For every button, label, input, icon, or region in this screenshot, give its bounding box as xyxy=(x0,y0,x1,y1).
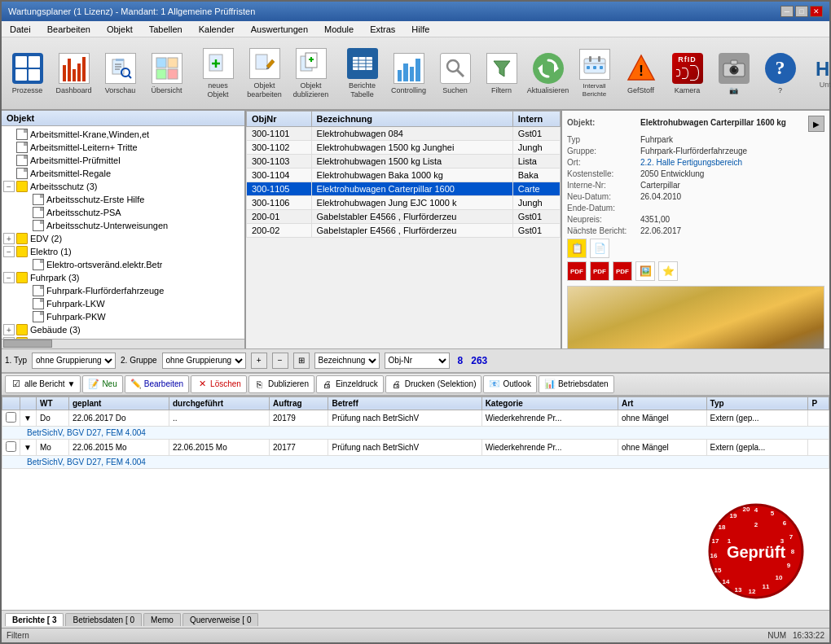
splitter-select-obj-nr[interactable]: Obj-Nr xyxy=(385,353,450,369)
tree-item-gebaeude[interactable]: + Gebäude (3) xyxy=(3,323,243,336)
camera-button[interactable]: 📷 xyxy=(711,41,756,106)
loeschen-button[interactable]: ✕ Löschen xyxy=(191,375,247,393)
drucken-selektion-button[interactable]: 🖨 Drucken (Selektion) xyxy=(385,375,482,393)
tree-item-arbeitsschutz[interactable]: − Arbeitsschutz (3) xyxy=(3,180,243,193)
table-row[interactable]: 300-1103 Elektrohubwagen 1500 kg Lista L… xyxy=(247,155,561,169)
objekt-duplizieren-button[interactable]: Objekt dublizieren xyxy=(288,41,333,106)
record-row[interactable]: ▼ Mo 22.06.2015 Mo 22.06.2015 Mo 20177 P… xyxy=(2,439,829,455)
close-button[interactable]: ✕ xyxy=(810,6,823,17)
tree-item-psa[interactable]: Arbeitsschutz-PSA xyxy=(3,206,243,219)
einzeldruck-button[interactable]: 🖨 Einzeldruck xyxy=(316,375,384,393)
tree-item-unterweisungen[interactable]: Arbeitsschutz-Unterweisungen xyxy=(3,219,243,232)
tree-item-lkw[interactable]: Fuhrpark-LKW xyxy=(3,297,243,310)
print-icon: 🖨 xyxy=(322,379,333,390)
tree-item-pkw[interactable]: Fuhrpark-PKW xyxy=(3,310,243,323)
tree-item-elektro-orts[interactable]: Elektro-ortsveränd.elektr.Betr xyxy=(3,258,243,271)
filtern-button[interactable]: Filtern xyxy=(479,41,524,106)
bearbeiten-button[interactable]: ✏️ Bearbeiten xyxy=(125,375,189,393)
toolbar: Prozesse Dashboard xyxy=(2,37,829,111)
detail-icon-img[interactable]: 🖼️ xyxy=(635,261,655,281)
tab-memo[interactable]: Memo xyxy=(143,613,181,626)
table-row[interactable]: 300-1104 Elektrohubwagen Baka 1000 kg Ba… xyxy=(247,169,561,182)
menu-module[interactable]: Module xyxy=(319,23,358,36)
detail-pdf-icon-3[interactable]: PDF xyxy=(613,261,632,281)
row-expand[interactable]: ▼ xyxy=(24,414,32,423)
minimize-button[interactable]: ─ xyxy=(780,6,794,17)
detail-value-interne-nr: Carterpillar xyxy=(640,181,824,190)
table-row[interactable]: 300-1102 Elektrohubwagen 1500 kg Junghei… xyxy=(247,141,561,155)
menu-datei[interactable]: Datei xyxy=(5,23,36,36)
help-button[interactable]: ? ? xyxy=(758,41,802,106)
detail-small-icon-1[interactable]: 📋 xyxy=(567,239,587,258)
col-wt: WT xyxy=(37,396,69,410)
alle-berichte-button[interactable]: ☑ alle Bericht ▼ xyxy=(5,375,81,393)
menu-auswertungen[interactable]: Auswertungen xyxy=(246,23,313,36)
svg-text:15: 15 xyxy=(714,567,722,574)
aktualisieren-button[interactable]: Aktualisieren xyxy=(525,41,570,106)
record-row[interactable]: ▼ Do 22.06.2017 Do .. 20179 Prüfung nach… xyxy=(2,410,829,426)
tree-item-krane[interactable]: Arbeitsmittel-Krane,Winden,et xyxy=(3,128,243,141)
suchen-button[interactable]: Suchen xyxy=(433,41,477,106)
intervall-berichte-button[interactable]: Intervall Berichte xyxy=(572,41,617,106)
tree-item-leitern[interactable]: Arbeitsmittel-Leitern+ Tritte xyxy=(3,141,243,154)
tree-scrollbar[interactable] xyxy=(2,339,244,348)
menu-kalender[interactable]: Kalender xyxy=(194,23,240,36)
tree-expand[interactable]: − xyxy=(3,181,15,192)
tree-item-flurfoerder[interactable]: Fuhrpark-Flurförderfahrzeuge xyxy=(3,284,243,297)
svg-text:6: 6 xyxy=(783,519,787,527)
berichte-tabelle-button[interactable]: Berichte Tabelle xyxy=(340,41,385,106)
tab-betriebsdaten[interactable]: Betriebsdaten [ 0 xyxy=(65,613,142,626)
menu-tabellen[interactable]: Tabellen xyxy=(144,23,187,36)
tree-item-edv[interactable]: + EDV (2) xyxy=(3,232,243,245)
maximize-button[interactable]: □ xyxy=(795,6,808,17)
dashboard-button[interactable]: Dashboard xyxy=(51,41,96,106)
tree-expand[interactable]: + xyxy=(3,233,15,244)
tab-berichte[interactable]: Berichte [ 3 xyxy=(5,613,64,626)
menu-hilfe[interactable]: Hilfe xyxy=(407,23,434,36)
splitter-select-bezeichnung[interactable]: Bezeichnung xyxy=(314,353,380,369)
splitter-plus[interactable]: + xyxy=(251,353,267,369)
tree-expand[interactable]: − xyxy=(3,246,15,257)
tab-querverweise[interactable]: Querverweise [ 0 xyxy=(182,613,259,626)
tree-item-fuhrpark[interactable]: − Fuhrpark (3) xyxy=(3,271,243,284)
betriebsdaten-button[interactable]: 📊 Betriebsdaten xyxy=(539,375,614,393)
uebersicht-button[interactable]: Übersicht xyxy=(144,41,189,106)
detail-pdf-icon-2[interactable]: PDF xyxy=(590,261,609,281)
detail-pdf-icon-1[interactable]: PDF xyxy=(567,261,587,281)
neu-button[interactable]: 📝 Neu xyxy=(82,375,122,393)
outlook-button[interactable]: 📧 Outlook xyxy=(483,375,536,393)
splitter-grid[interactable]: ⊞ xyxy=(293,353,310,369)
menu-bearbeiten[interactable]: Bearbeiten xyxy=(42,23,95,36)
detail-expand-button[interactable]: ▶ xyxy=(808,116,824,132)
tree-item-pruefmittel[interactable]: Arbeitsmittel-Prüfmittel xyxy=(3,154,243,167)
detail-small-icon-2[interactable]: 📄 xyxy=(590,239,609,258)
controlling-button[interactable]: Controlling xyxy=(386,41,431,106)
table-row[interactable]: 300-1106 Elektrohubwagen Jung EJC 1000 k… xyxy=(247,196,561,210)
rfid-button[interactable]: RfID Kamera xyxy=(665,41,710,106)
row-checkbox[interactable] xyxy=(6,441,16,452)
row-expand[interactable]: ▼ xyxy=(24,443,32,452)
tree-item-erste-hilfe[interactable]: Arbeitsschutz-Erste Hilfe xyxy=(3,193,243,206)
prozesse-button[interactable]: Prozesse xyxy=(5,41,50,106)
menu-extras[interactable]: Extras xyxy=(365,23,400,36)
splitter-select-2[interactable]: ohne Gruppierung xyxy=(162,353,246,369)
table-row[interactable]: 200-02 Gabelstapler E4566 , Flurförderze… xyxy=(247,224,561,238)
splitter-select-1[interactable]: ohne Gruppierung xyxy=(32,353,116,369)
tree-item-elektro[interactable]: − Elektro (1) xyxy=(3,245,243,258)
menu-objekt[interactable]: Objekt xyxy=(102,23,138,36)
detail-value-gruppe: Fuhrpark-Flurförderfahrzeuge xyxy=(640,147,824,156)
detail-icon-star[interactable]: ⭐ xyxy=(658,261,678,281)
splitter-minus[interactable]: − xyxy=(272,353,288,369)
row-checkbox[interactable] xyxy=(6,412,16,423)
table-row[interactable]: 200-01 Gabelstabler E4566 , Flurförderze… xyxy=(247,210,561,224)
tree-expand[interactable]: + xyxy=(3,324,15,335)
dublizieren-button[interactable]: ⎘ Dublizieren xyxy=(248,375,314,393)
gefstoff-button[interactable]: ! GefStoff xyxy=(618,41,663,106)
table-row[interactable]: 300-1101 Elektrohubwagen 084 Gst01 xyxy=(247,127,561,141)
vorschau-button[interactable]: Vorschau xyxy=(98,41,143,106)
neues-objekt-button[interactable]: neues Objekt xyxy=(196,41,240,106)
table-row-selected[interactable]: 300-1105 Elektrohubwagen Carterpillar 16… xyxy=(247,182,561,196)
objekt-bearbeiten-button[interactable]: Objekt bearbeiten xyxy=(242,41,287,106)
tree-item-regale[interactable]: Arbeitsmittel-Regale xyxy=(3,167,243,180)
tree-expand[interactable]: − xyxy=(3,272,15,283)
